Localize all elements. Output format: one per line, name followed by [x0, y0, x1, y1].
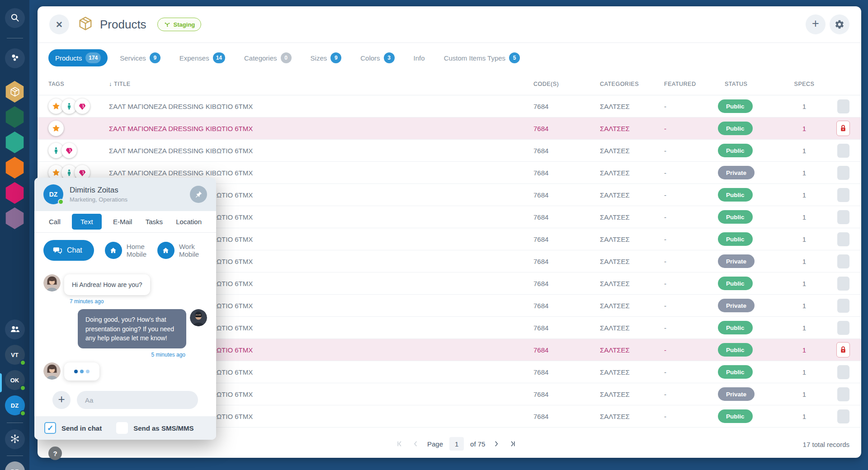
row-action-placeholder[interactable] [837, 321, 849, 335]
tab-colors[interactable]: Colors3 [354, 49, 401, 66]
chat-popup: DZ Dimitris Zoitas Marketing, Operations… [34, 178, 216, 440]
table-row[interactable]: ΣΑΛΤ ΜΑΓΙΟΝΕΖΑ DRESSING ΚΙΒΩΤΙΟ 6ΤΜΧ7684… [38, 118, 861, 140]
row-action-placeholder[interactable] [837, 254, 849, 268]
staging-network-icon [164, 21, 171, 28]
sidebar-app-app-orange[interactable] [5, 157, 25, 179]
attach-button[interactable]: + [52, 391, 71, 409]
column-header-specs[interactable]: SPECS [773, 81, 836, 87]
product-code: 7684 [533, 324, 600, 332]
column-header-featured[interactable]: FEATURED [654, 81, 714, 87]
tab-categories[interactable]: Categories0 [237, 49, 298, 66]
tab-label: Services [120, 54, 146, 62]
table-row[interactable]: ΣΑΛΤ ΜΑΓΙΟΝΕΖΑ DRESSING ΚΙΒΩΤΙΟ 6ΤΜΧ7684… [38, 95, 861, 118]
row-action-placeholder[interactable] [837, 144, 849, 158]
lock-icon [839, 124, 847, 133]
integrations-button[interactable] [5, 429, 25, 449]
sidebar-app-app-pink[interactable] [5, 182, 25, 204]
chevron-left-icon [412, 440, 420, 448]
locked-record-button[interactable] [836, 342, 850, 357]
chat-action-chat[interactable]: Chat [43, 240, 94, 261]
send-as-sms-label: Send as SMS/MMS [133, 424, 193, 432]
message-input[interactable] [77, 391, 198, 409]
chat-tab-location[interactable]: Location [174, 214, 203, 229]
sidebar-divider [7, 423, 23, 423]
tab-count-badge: 9 [150, 52, 160, 63]
chat-tab-text[interactable]: Text [72, 214, 102, 230]
product-category: ΣΑΛΤΣΕΣ [600, 191, 654, 199]
chat-action-work-mobile[interactable]: Work Mobile [157, 242, 199, 259]
column-header-status[interactable]: STATUS [714, 81, 773, 87]
sidebar-user-dz-2[interactable]: DZ [5, 395, 25, 415]
status-badge: Private [718, 254, 755, 268]
status-badge: Public [718, 409, 753, 423]
sidebar-app-app-purple[interactable] [5, 207, 25, 229]
product-category: ΣΑΛΤΣΕΣ [600, 346, 654, 354]
staging-badge: Staging [157, 18, 202, 31]
tab-services[interactable]: Services9 [113, 49, 167, 66]
row-action-placeholder[interactable] [837, 232, 849, 246]
product-featured: - [654, 147, 714, 155]
row-action-placeholder[interactable] [837, 99, 849, 113]
locked-record-button[interactable] [836, 121, 850, 136]
row-action-placeholder[interactable] [837, 166, 849, 180]
send-as-sms-checkbox[interactable] [116, 422, 128, 434]
row-action-placeholder[interactable] [837, 188, 849, 202]
pin-icon [194, 190, 203, 198]
close-button[interactable]: ✕ [49, 14, 69, 34]
help-button[interactable]: ? [48, 446, 62, 460]
column-header-codes[interactable]: CODE(S) [533, 81, 600, 87]
chat-tab-call[interactable]: Call [47, 214, 62, 229]
row-action-placeholder[interactable] [837, 299, 849, 313]
page-number-input[interactable] [449, 437, 464, 451]
column-header-title[interactable]: ↓TITLE [109, 80, 533, 87]
table-row[interactable]: ΣΑΛΤ ΜΑΓΙΟΝΕΖΑ DRESSING ΚΙΒΩΤΙΟ 6ΤΜΧ7684… [38, 140, 861, 162]
pin-button[interactable] [190, 186, 207, 203]
cluster-dots-icon [9, 52, 20, 65]
next-page-button[interactable] [491, 439, 501, 449]
first-page-button[interactable] [395, 439, 405, 449]
sidebar-user-ok-1[interactable]: OK [5, 370, 25, 390]
product-category: ΣΑΛΤΣΕΣ [600, 147, 654, 155]
tab-expenses[interactable]: Expenses14 [173, 49, 232, 66]
last-page-button[interactable] [508, 439, 518, 449]
tab-products[interactable]: Products174 [48, 49, 108, 66]
incoming-message: Hi Andrea! How are you? [43, 274, 207, 295]
product-featured: - [654, 280, 714, 287]
row-action-placeholder[interactable] [837, 365, 849, 379]
add-button[interactable]: + [806, 14, 826, 34]
tab-sizes[interactable]: Sizes9 [304, 49, 349, 66]
send-in-chat-checkbox[interactable]: ✓ [44, 422, 56, 434]
total-records-label: 17 total records [803, 441, 849, 448]
chat-tab-tasks[interactable]: Tasks [144, 214, 165, 229]
tab-label: Custom Items Types [444, 54, 505, 62]
sidebar-user-bottom[interactable]: DZ [5, 461, 25, 470]
plus-icon: + [58, 393, 65, 405]
tab-label: Colors [360, 54, 380, 62]
tab-count-badge: 5 [509, 52, 520, 63]
tab-custom-items-types[interactable]: Custom Items Types5 [437, 49, 527, 66]
sidebar-app-products[interactable] [5, 81, 25, 103]
row-action-placeholder[interactable] [837, 409, 849, 423]
contacts-button[interactable] [5, 320, 25, 339]
product-category: ΣΑΛΤΣΕΣ [600, 324, 654, 332]
row-action-placeholder[interactable] [837, 387, 849, 401]
chat-tab-email[interactable]: E-Mail [111, 214, 134, 229]
send-in-chat-label: Send in chat [61, 424, 102, 432]
settings-button[interactable] [830, 14, 849, 34]
sidebar-app-app-dark-green[interactable] [5, 106, 25, 128]
row-action-placeholder[interactable] [837, 277, 849, 291]
sidebar-app-app-teal[interactable] [5, 132, 25, 153]
row-action-placeholder[interactable] [837, 210, 849, 224]
column-header-categories[interactable]: CATEGORIES [600, 81, 654, 87]
product-specs-count: 1 [773, 280, 836, 287]
tab-info[interactable]: Info [407, 49, 432, 66]
apps-cluster-button[interactable] [5, 48, 25, 68]
product-category: ΣΑΛΤΣΕΣ [600, 280, 654, 287]
column-header-tags[interactable]: TAGS [48, 81, 109, 87]
search-button[interactable] [5, 8, 25, 28]
prev-page-button[interactable] [411, 439, 421, 449]
chat-action-home-mobile[interactable]: Home Mobile [105, 242, 146, 259]
product-code: 7684 [533, 302, 600, 310]
sidebar-user-vt-0[interactable]: VT [5, 345, 25, 365]
product-category: ΣΑΛΤΣΕΣ [600, 169, 654, 177]
